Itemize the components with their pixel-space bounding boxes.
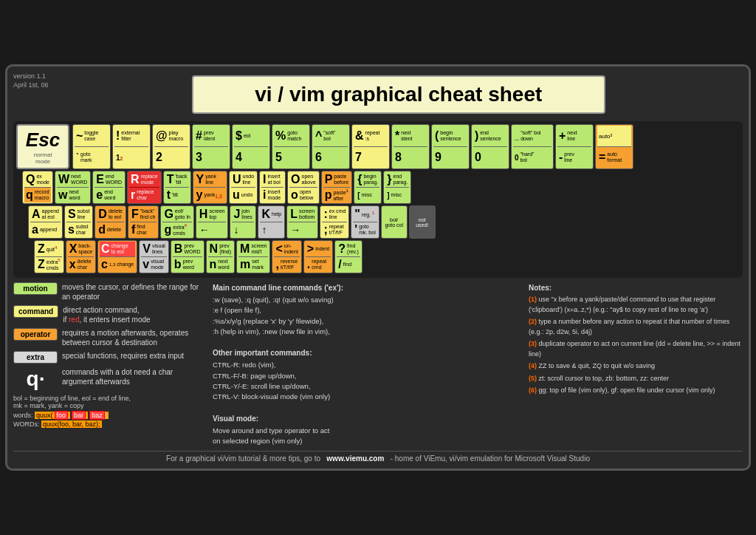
dotq-char: q· <box>13 367 58 391</box>
n-upper-key[interactable]: Nprev(find) nnextword <box>206 240 236 273</box>
operator-desc: requires a motion afterwards, operates b… <box>62 328 205 347</box>
y-upper-key[interactable]: Yyankline yyank1,3 <box>193 171 227 204</box>
k-upper-key[interactable]: Khelp ↑ <box>258 205 285 239</box>
caret-key[interactable]: ^"soft"bol 6 <box>312 124 350 169</box>
page-title: vi / vim graphical cheat sheet <box>193 83 604 106</box>
hash-key[interactable]: #prevident 3 <box>192 124 230 169</box>
e-upper-key[interactable]: EendWORD eendword <box>92 171 126 204</box>
amp-key[interactable]: &repeat:s 7 <box>351 124 390 169</box>
lbrace-key[interactable]: {beginparag. [misc <box>354 171 382 204</box>
extra-badge: extra <box>13 351 58 364</box>
m-upper-key[interactable]: Mscreenmid'l msetmark <box>236 240 270 273</box>
underscore-key[interactable]: _"soft" boldown 0"hard"bol <box>511 124 554 169</box>
esc-key[interactable]: Esc normalmode <box>16 124 69 169</box>
o-upper-key[interactable]: Oopenabove oopenbelow <box>287 171 320 204</box>
dotq-desc: commands with a dot need a char argument… <box>62 367 205 386</box>
w-upper-key[interactable]: WnextWORD wnextword <box>55 171 91 204</box>
r-upper-key[interactable]: Rreplacemode rreplacechar <box>127 171 162 204</box>
u-upper-key[interactable]: Uundoline uundo <box>229 171 258 204</box>
rbrace-key[interactable]: }endparag. ]misc <box>383 171 411 204</box>
cheatsheet-container: version 1.1 April 1st, 06 vi / vim graph… <box>5 64 751 471</box>
x-upper-key[interactable]: Xback-space xdeletechar <box>66 240 96 273</box>
v-upper-key[interactable]: Vvisuallines vvisualmode <box>139 240 169 273</box>
j-upper-key[interactable]: Jjoinlines ↓ <box>230 205 256 239</box>
rparen-key[interactable]: )endsentence 0 <box>471 124 509 169</box>
colon-key[interactable]: :ex cmdline ;repeatt/T/f/F <box>320 205 349 239</box>
g-upper-key[interactable]: Geof/goto ln gextra6cmds <box>160 205 193 239</box>
z-upper-key[interactable]: Zquit4 Zextra5cmds <box>34 240 64 273</box>
d-upper-key[interactable]: Ddeleteto eol ddelete <box>94 205 126 239</box>
lparen-key[interactable]: (beginsentence 9 <box>431 124 470 169</box>
s-upper-key[interactable]: Ssubstline ssubstchar <box>64 205 93 239</box>
legend-section: motion moves the cursor, or defines the … <box>13 282 205 446</box>
plus-key[interactable]: +nextline -prevline <box>555 124 594 169</box>
bolgotocol-key[interactable]: bol/goto col <box>381 205 408 239</box>
dollar-key[interactable]: $eol 4 <box>232 124 270 169</box>
a-upper-key[interactable]: Aappendat eol aappend <box>28 205 63 239</box>
motion-desc: moves the cursor, or defines the range f… <box>62 282 205 301</box>
percent-key[interactable]: %gotomatch 5 <box>272 124 310 169</box>
command-desc: direct action command,if red, it enters … <box>63 305 150 324</box>
star-key[interactable]: *nextident 8 <box>391 124 430 169</box>
main-commands-section: Main command line commands ('ex'): :w (s… <box>213 282 521 446</box>
equals-key[interactable]: auto³ =autoformat <box>595 124 633 169</box>
bol-legend: bol = beginning of line, eol = end of li… <box>13 395 205 409</box>
quote-key[interactable]: "reg. 1 'gotomk. bol <box>351 205 379 239</box>
at-key[interactable]: @playmacro 2 <box>152 124 190 169</box>
notused-key[interactable]: notused! <box>409 205 436 239</box>
question-key[interactable]: ?find(rev.) /find <box>334 240 362 273</box>
title-box: vi / vim graphical cheat sheet <box>192 75 605 114</box>
t-upper-key[interactable]: T'back'till t'till <box>163 171 191 204</box>
b-upper-key[interactable]: BprevWORD bprevword <box>171 240 205 273</box>
q-upper-key[interactable]: Qexmode qrecordmacro <box>22 171 53 204</box>
p-upper-key[interactable]: Ppastebefore ppaste1after <box>321 171 353 204</box>
bottom-section: motion moves the cursor, or defines the … <box>13 282 743 446</box>
keyboard-area: Esc normalmode ~togglecase ` gotomark !e… <box>13 121 743 278</box>
esc-label: Esc <box>26 129 60 151</box>
motion-badge: motion <box>13 282 58 295</box>
footer: For a graphical vi/vim tutorial & more t… <box>13 451 743 463</box>
exclaim-key[interactable]: !externalfilter 12 <box>112 124 151 169</box>
operator-badge: operator <box>13 328 58 341</box>
command-badge: command <box>13 305 58 318</box>
extra-desc: special functions, requires extra input <box>62 351 184 361</box>
f-upper-key[interactable]: F"back"find ch ffindchar <box>128 205 159 239</box>
h-upper-key[interactable]: Hscreentop ← <box>196 205 229 239</box>
gt-key[interactable]: >indent .repeatcmd <box>303 240 333 273</box>
tilde-key[interactable]: ~togglecase ` gotomark <box>72 124 111 169</box>
c-upper-key[interactable]: Cchangeto eol c1,3 change <box>97 240 137 273</box>
version-info: version 1.1 April 1st, 06 <box>13 72 49 89</box>
lt-key[interactable]: <un-indent ,reverset/T/f/F <box>272 240 301 273</box>
l-upper-key[interactable]: Lscreenbottom → <box>286 205 318 239</box>
i-upper-key[interactable]: Iinsertat bol iinsertmode <box>259 171 286 204</box>
notes-section: Notes: (1) use "x before a yank/paste/de… <box>529 282 743 446</box>
